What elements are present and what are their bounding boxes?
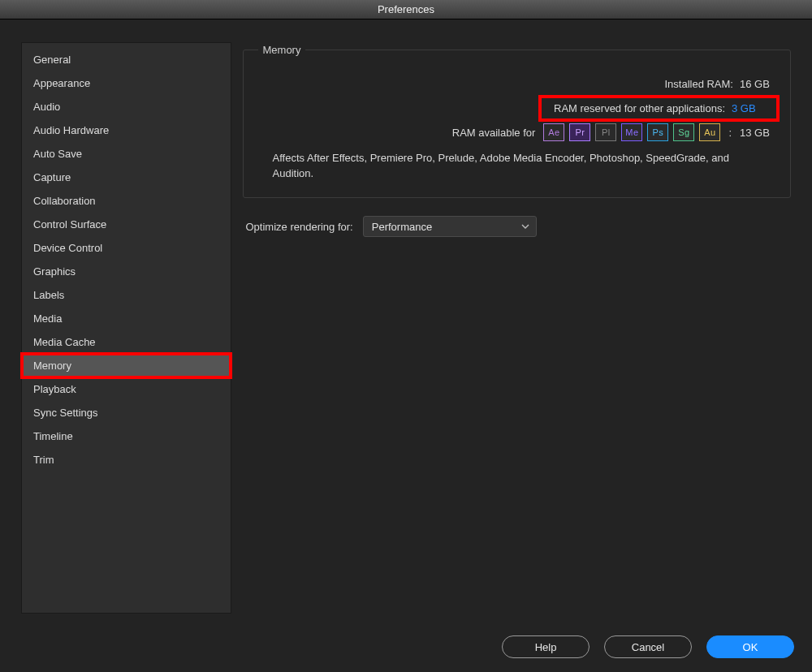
sidebar-item-label: Graphics <box>33 265 76 278</box>
optimize-select[interactable]: Performance <box>363 216 537 237</box>
sidebar-item-label: Playback <box>33 383 76 395</box>
sidebar-item-label: Audio <box>33 101 60 113</box>
content-area: GeneralAppearanceAudioAudio HardwareAuto… <box>21 42 791 614</box>
reserved-ram-row: RAM reserved for other applications: 3 G… <box>258 98 776 118</box>
optimize-label: Optimize rendering for: <box>246 221 353 233</box>
sidebar-item-label: Control Surface <box>33 218 106 230</box>
available-ram-value: 13 GB <box>740 127 775 139</box>
installed-ram-value: 16 GB <box>740 78 775 90</box>
after-effects-icon: Ae <box>543 123 564 141</box>
sidebar-item-label: Appearance <box>33 77 90 89</box>
available-ram-row: RAM available for AePrPlMePsSgAu : 13 GB <box>258 123 776 142</box>
sidebar-item-label: Capture <box>33 171 71 183</box>
sidebar-item-label: Sync Settings <box>33 407 98 419</box>
sidebar-item-control-surface[interactable]: Control Surface <box>22 213 231 236</box>
sidebar-item-playback[interactable]: Playback <box>22 377 231 401</box>
dialog-footer: Help Cancel OK <box>0 622 812 672</box>
help-button[interactable]: Help <box>502 635 590 658</box>
sidebar-item-graphics[interactable]: Graphics <box>22 260 231 283</box>
available-ram-label: RAM available for <box>452 127 536 139</box>
media-encoder-icon: Me <box>621 123 642 141</box>
installed-ram-label: Installed RAM: <box>664 78 733 90</box>
sidebar-item-labels[interactable]: Labels <box>22 283 231 307</box>
prelude-icon: Pl <box>595 123 616 141</box>
main-pane: Memory Installed RAM: 16 GB RAM reserved… <box>243 42 792 614</box>
sidebar-item-appearance[interactable]: Appearance <box>22 71 231 95</box>
title-bar: Preferences <box>0 0 812 19</box>
sidebar-item-label: Media <box>33 312 62 325</box>
reserved-ram-highlight: RAM reserved for other applications: 3 G… <box>542 99 775 118</box>
premiere-pro-icon: Pr <box>569 123 590 141</box>
sidebar-item-label: Collaboration <box>33 195 96 207</box>
preferences-window: GeneralAppearanceAudioAudio HardwareAuto… <box>0 19 812 672</box>
sidebar-item-trim[interactable]: Trim <box>22 448 231 472</box>
ok-button-label: OK <box>743 641 758 653</box>
available-ram-colon: : <box>728 127 732 139</box>
sidebar-item-collaboration[interactable]: Collaboration <box>22 189 231 213</box>
sidebar-item-timeline[interactable]: Timeline <box>22 424 231 448</box>
sidebar-item-label: General <box>33 54 71 66</box>
cancel-button-label: Cancel <box>632 641 664 653</box>
memory-legend: Memory <box>258 44 306 56</box>
sidebar-item-memory[interactable]: Memory <box>22 354 231 377</box>
optimize-select-value: Performance <box>372 221 432 233</box>
reserved-ram-label: RAM reserved for other applications: <box>554 102 725 114</box>
window-title: Preferences <box>378 3 434 15</box>
sidebar-item-label: Labels <box>33 289 64 301</box>
sidebar-item-capture[interactable]: Capture <box>22 166 231 189</box>
sidebar-item-label: Auto Save <box>33 148 82 160</box>
sidebar-item-audio[interactable]: Audio <box>22 95 231 118</box>
sidebar-item-label: Memory <box>33 360 71 372</box>
sidebar-item-label: Audio Hardware <box>33 124 109 136</box>
sidebar-item-general[interactable]: General <box>22 48 231 71</box>
sidebar-item-label: Trim <box>33 454 54 466</box>
sidebar-item-media[interactable]: Media <box>22 307 231 330</box>
installed-ram-row: Installed RAM: 16 GB <box>258 74 776 93</box>
sidebar-item-sync-settings[interactable]: Sync Settings <box>22 401 231 424</box>
ok-button[interactable]: OK <box>706 635 794 658</box>
photoshop-icon: Ps <box>647 123 668 141</box>
help-button-label: Help <box>535 641 557 653</box>
affects-description: Affects After Effects, Premiere Pro, Pre… <box>258 150 776 181</box>
sidebar-item-label: Timeline <box>33 430 73 442</box>
app-icon-row: AePrPlMePsSgAu <box>543 123 720 141</box>
speedgrade-icon: Sg <box>673 123 694 141</box>
sidebar-item-auto-save[interactable]: Auto Save <box>22 142 231 166</box>
reserved-ram-value[interactable]: 3 GB <box>732 102 767 114</box>
audition-icon: Au <box>699 123 720 141</box>
memory-group: Memory Installed RAM: 16 GB RAM reserved… <box>243 44 792 198</box>
sidebar-item-label: Device Control <box>33 242 102 254</box>
cancel-button[interactable]: Cancel <box>604 635 692 658</box>
optimize-row: Optimize rendering for: Performance <box>243 216 792 237</box>
category-sidebar: GeneralAppearanceAudioAudio HardwareAuto… <box>21 42 231 614</box>
chevron-down-icon <box>521 222 529 230</box>
sidebar-item-media-cache[interactable]: Media Cache <box>22 330 231 354</box>
sidebar-item-audio-hardware[interactable]: Audio Hardware <box>22 118 231 142</box>
sidebar-item-device-control[interactable]: Device Control <box>22 236 231 260</box>
sidebar-item-label: Media Cache <box>33 336 96 348</box>
